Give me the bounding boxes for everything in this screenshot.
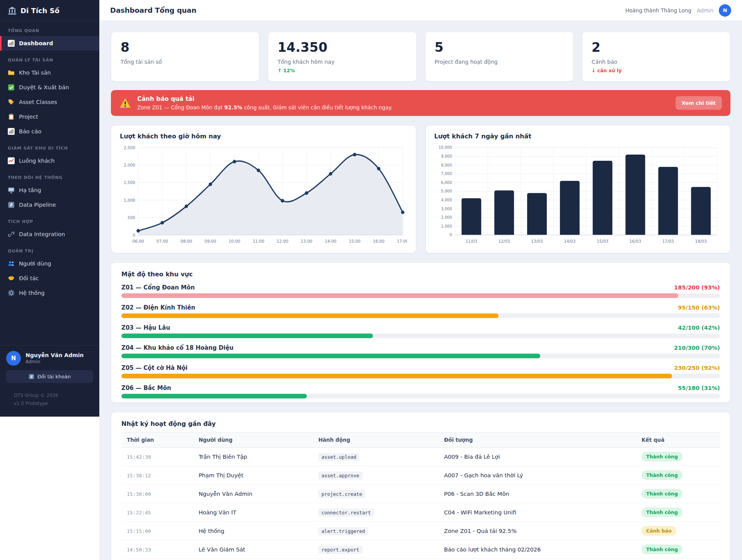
svg-text:2,500: 2,500 bbox=[124, 145, 135, 150]
sidebar-item-ha-tang[interactable]: Hạ tầng bbox=[0, 183, 99, 197]
warning-icon bbox=[119, 97, 131, 109]
table-row: 15:42:30Trần Thị Biên Tậpasset.uploadA00… bbox=[121, 448, 720, 466]
log-time: 15:42:30 bbox=[127, 454, 151, 460]
zone-progress-fill bbox=[121, 313, 499, 318]
nav-section-label: Giám sát khu di tích bbox=[0, 139, 99, 153]
sidebar-item-he-thong[interactable]: Hệ thống bbox=[0, 286, 99, 300]
log-result-cell: Thành công bbox=[636, 485, 720, 503]
zone-progress-track bbox=[121, 293, 720, 298]
users-icon bbox=[8, 260, 15, 267]
table-column-header: Thời gian bbox=[121, 432, 193, 448]
svg-text:6,000: 6,000 bbox=[441, 180, 452, 185]
nav-section-label: Tích hợp bbox=[0, 212, 99, 227]
table-column-header: Đối tượng bbox=[439, 432, 636, 448]
svg-text:08:00: 08:00 bbox=[180, 239, 192, 244]
table-column-header: Hành động bbox=[313, 432, 439, 448]
kpi-delta: ↑ 12% bbox=[277, 68, 407, 73]
log-user-cell: Hệ thống bbox=[193, 522, 313, 540]
page-title: Dashboard Tổng quan bbox=[110, 6, 196, 14]
svg-text:500: 500 bbox=[128, 215, 135, 220]
zone-head: Z06 — Bắc Môn55/180 (31%) bbox=[121, 385, 720, 391]
sidebar-item-doi-tac[interactable]: Đối tác bbox=[0, 271, 99, 286]
nav-item-label: Kho Tài sản bbox=[19, 70, 51, 76]
log-user-cell: Phạm Thị Duyệt bbox=[193, 466, 313, 485]
switch-account-button[interactable]: Đổi tài khoản bbox=[6, 370, 93, 383]
sidebar-item-project[interactable]: Project bbox=[0, 109, 99, 124]
log-target-cell: A009 - Bia đá Lê Lợi bbox=[439, 448, 636, 466]
site-name: Hoàng thành Thăng Long bbox=[625, 7, 691, 14]
log-time: 15:22:45 bbox=[127, 510, 151, 516]
brand-name: Di Tích Số bbox=[20, 7, 60, 15]
nav-item-label: Data Integration bbox=[19, 231, 65, 237]
zone-value: 185/200 (93%) bbox=[674, 284, 720, 291]
svg-text:06:00: 06:00 bbox=[133, 239, 144, 244]
sidebar-item-data-integration[interactable]: Data Integration bbox=[0, 227, 99, 242]
kpi-card-0: 8Tổng tài sản số bbox=[111, 32, 259, 82]
topbar: Dashboard Tổng quan Hoàng thành Thăng Lo… bbox=[99, 0, 742, 21]
sidebar-user: N Nguyễn Văn Admin Admin bbox=[6, 351, 93, 366]
zone-row-2: Z02 — Điện Kính Thiên95/150 (63%) bbox=[121, 304, 720, 318]
sidebar-user-block: N Nguyễn Văn Admin Admin Đổi tài khoản D… bbox=[0, 345, 99, 417]
nav-section-label: Quản trị bbox=[0, 242, 99, 256]
log-result-cell: Thành công bbox=[636, 503, 720, 522]
sidebar-item-luong-khach[interactable]: Luồng khách bbox=[0, 153, 99, 168]
log-action-cell: report.export bbox=[313, 540, 439, 559]
header-avatar[interactable]: N bbox=[719, 4, 731, 17]
log-user-cell: Nguyễn Văn Admin bbox=[193, 485, 313, 503]
zone-value: 95/150 (63%) bbox=[678, 305, 720, 311]
log-user-cell: Trần Thị Biên Tập bbox=[193, 448, 313, 466]
zone-row-3: Z03 — Hậu Lâu42/100 (42%) bbox=[121, 324, 720, 338]
topbar-right: Hoàng thành Thăng Long Admin N bbox=[625, 4, 731, 17]
sidebar-item-kho-tai-san[interactable]: Kho Tài sản bbox=[0, 65, 99, 80]
kpi-label: Project đang hoạt động bbox=[435, 59, 564, 65]
clipboard-icon bbox=[8, 113, 15, 120]
log-result-badge: Thành công bbox=[642, 507, 682, 517]
bar-chart-icon bbox=[8, 40, 15, 47]
footer-line-1: DTS Group © 2026 bbox=[14, 391, 85, 399]
svg-text:12:00: 12:00 bbox=[277, 239, 288, 244]
svg-text:12/03: 12/03 bbox=[498, 239, 510, 244]
nav-section-label: Tổng quan bbox=[0, 21, 99, 36]
svg-text:7,000: 7,000 bbox=[441, 171, 452, 176]
log-target-cell: A007 - Gạch hoa văn thời Lý bbox=[439, 466, 636, 485]
zone-value: 42/100 (42%) bbox=[678, 325, 720, 331]
sidebar-item-data-pipeline[interactable]: Data Pipeline bbox=[0, 197, 99, 212]
alert-texts: Cảnh báo quá tải Zone Z01 — Cổng Đoan Mô… bbox=[137, 95, 669, 111]
brand: Di Tích Số bbox=[0, 0, 99, 21]
log-result-cell: Cảnh báo bbox=[636, 522, 720, 540]
sidebar-item-duyet-xuat-ban[interactable]: Duyệt & Xuất bản bbox=[0, 80, 99, 95]
svg-text:16/03: 16/03 bbox=[629, 239, 641, 244]
visitors-bar-chart: 01,0002,0003,0004,0005,0006,0007,0008,00… bbox=[434, 143, 722, 247]
check-icon bbox=[8, 84, 15, 91]
app-layout: Di Tích Số Tổng quanDashboardQuản lý tài… bbox=[0, 0, 742, 560]
kpi-row: 8Tổng tài sản số14.350Tổng khách hôm nay… bbox=[111, 32, 730, 82]
kpi-value: 2 bbox=[592, 40, 721, 55]
zones-list: Z01 — Cổng Đoan Môn185/200 (93%)Z02 — Đi… bbox=[121, 284, 720, 398]
log-result-badge: Thành công bbox=[642, 470, 682, 480]
nav-item-label: Project bbox=[19, 114, 38, 120]
alert-details-button[interactable]: Xem chi tiết bbox=[676, 96, 722, 110]
nav-section-label: Quản lý tài sản bbox=[0, 51, 99, 65]
table-column-header: Người dùng bbox=[193, 432, 313, 448]
user-name: Nguyễn Văn Admin bbox=[26, 352, 84, 358]
sidebar-item-dashboard[interactable]: Dashboard bbox=[0, 36, 99, 51]
sidebar-item-asset-classes[interactable]: Asset Classes bbox=[0, 95, 99, 109]
nav-item-label: Dashboard bbox=[19, 40, 53, 46]
zone-value: 210/300 (70%) bbox=[674, 345, 720, 351]
log-action-cell: asset.upload bbox=[313, 448, 439, 466]
log-action: connector.restart bbox=[318, 509, 374, 517]
switch-account-icon bbox=[29, 374, 34, 380]
zone-value: 230/250 (92%) bbox=[674, 365, 720, 371]
zone-name: Z05 — Cột cờ Hà Nội bbox=[121, 364, 187, 371]
svg-text:5,000: 5,000 bbox=[441, 189, 452, 193]
sidebar-item-bao-cao[interactable]: Báo cáo bbox=[0, 124, 99, 139]
svg-text:13:00: 13:00 bbox=[301, 239, 312, 244]
svg-text:17/03: 17/03 bbox=[662, 239, 674, 244]
svg-text:11:00: 11:00 bbox=[253, 239, 264, 244]
log-time: 15:38:12 bbox=[127, 473, 151, 478]
kpi-label: Cảnh báo bbox=[592, 59, 721, 65]
log-action-cell: connector.restart bbox=[313, 503, 439, 522]
sidebar-item-nguoi-dung[interactable]: Người dùng bbox=[0, 256, 99, 271]
svg-text:0: 0 bbox=[133, 233, 135, 238]
link-icon bbox=[8, 231, 15, 238]
